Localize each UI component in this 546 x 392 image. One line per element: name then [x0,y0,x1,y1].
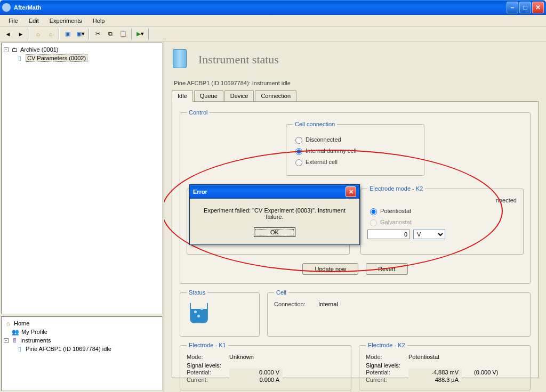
app-icon [2,3,11,12]
radio-dummy-label: Internal dummy cell [306,148,356,154]
radio-k2-pot-label: Potentiostat [380,208,411,214]
run-button[interactable]: ▶▾ [134,28,146,40]
page-header: Instrument status [173,49,542,70]
menu-file[interactable]: File [3,17,23,25]
radio-k2-galv[interactable]: Galvanostat [367,218,517,226]
radio-k2-pot[interactable]: Potentiostat [367,207,517,215]
cell-connection-legend: Cell connection [293,121,337,127]
k1-sig-label: Signal levels: [187,362,344,369]
nav-forward-button[interactable]: ► [15,28,27,40]
tree-node-cvparams[interactable]: ▯ CV Parameters (0002) [4,54,160,62]
status-k2-legend: Electrode - K2 [366,342,407,348]
save-dropdown-button[interactable]: ▣▾ [75,28,86,40]
arrow-left-icon: ◄ [5,31,11,37]
instrument-icon [173,49,191,70]
revert-button[interactable]: Revert [366,263,407,275]
menu-edit[interactable]: Edit [23,17,44,25]
radio-dummy[interactable]: Internal dummy cell [293,146,417,155]
paste-icon: 📋 [119,30,127,37]
nav-home-label: Home [14,320,29,326]
menu-experiments[interactable]: Experiments [44,17,87,25]
radio-disconnected[interactable]: Disconnected [293,135,417,144]
tab-device[interactable]: Device [224,90,254,102]
left-panel: - 🗀 Archive (0001) ▯ CV Parameters (0002… [0,42,164,392]
k2-mode-value: Potentiostat [408,354,439,360]
k1-cur-label: Current: [187,377,229,383]
menu-bar: File Edit Experiments Help [0,15,546,27]
params-icon: ▯ [15,54,24,62]
home-button[interactable]: ⌂ [32,28,44,40]
tab-bar: Idle Queue Device Connection [172,89,542,101]
nav-myprofile-label: My Profile [21,329,47,335]
status-legend: Status [187,289,207,296]
k2-sig-label: Signal levels: [366,362,524,369]
nav-myprofile[interactable]: 👥 My Profile [4,328,160,336]
k1-cur-value: 0.000 A [229,376,283,383]
save-button[interactable]: ▣ [62,28,74,40]
tree-label-archive: Archive (0001) [20,46,59,53]
k2-pot-value: -4.883 mV [408,369,462,376]
k2-pot-alt: (0.000 V) [474,369,498,375]
tree-collapse-icon[interactable]: - [4,338,9,343]
window-titlebar: AfterMath – □ ✕ [0,0,546,15]
status-k2-fieldset: Electrode - K2 Mode:Potentiostat Signal … [359,342,531,390]
electrode-k2-fieldset: Electrode mode - K2 nnected Potentiostat… [360,185,524,255]
status-k1-fieldset: Electrode - K1 Mode:Unknown Signal level… [180,342,351,390]
home-alt-button[interactable]: ⌂ [45,28,57,40]
k2-value-input[interactable] [367,230,410,239]
dialog-close-button[interactable]: ✕ [346,186,356,197]
k1-pot-label: Potential: [187,369,229,375]
copy-button[interactable]: ⧉ [105,28,116,40]
dialog-ok-button[interactable]: OK [254,227,295,237]
k1-pot-value: 0.000 V [229,369,283,376]
cylinder-icon: ▯ [15,345,24,353]
page-subtitle: Pine AFCBP1 (ID 10697784): Instrument id… [174,80,542,86]
nav-pine-label: Pine AFCBP1 (ID 10697784) idle [26,346,111,352]
k1-mode-value: Unknown [229,354,254,360]
radio-external[interactable]: External cell [293,158,417,166]
window-maximize-button[interactable]: □ [519,2,531,13]
nav-home[interactable]: ⌂ Home [4,319,160,328]
cut-button[interactable]: ✂ [92,28,103,40]
tree-node-archive[interactable]: - 🗀 Archive (0001) [4,45,160,54]
tab-queue[interactable]: Queue [194,90,223,102]
status-k1-legend: Electrode - K1 [187,342,228,348]
menu-help[interactable]: Help [87,17,110,25]
k2-cur-label: Current: [366,377,408,383]
tab-connection[interactable]: Connection [255,90,296,102]
cell-conn-label: Connection: [274,301,317,307]
cell-conn-value: Internal [318,301,338,307]
tree-collapse-icon[interactable]: - [4,47,9,52]
tab-idle[interactable]: Idle [172,90,193,102]
archive-tree[interactable]: - 🗀 Archive (0001) ▯ CV Parameters (0002… [1,43,163,314]
dialog-message: Experiment failed: "CV Experiment (0003)… [196,207,353,220]
window-close-button[interactable]: ✕ [532,2,544,13]
radio-disconnected-label: Disconnected [306,136,341,143]
k2-partial-text: nnected [367,197,517,203]
status-fieldset: Status [180,289,260,337]
radio-k2-galv-label: Galvanostat [380,219,412,225]
nav-instruments[interactable]: - 🎚 Instruments [4,336,160,345]
home-icon: ⌂ [36,31,40,37]
profile-icon: 👥 [11,328,20,336]
dialog-title: Error [193,189,207,195]
paste-button[interactable]: 📋 [117,28,129,40]
cell-connection-fieldset: Cell connection Disconnected Internal du… [286,121,424,176]
play-icon: ▶ [136,30,141,37]
k1-mode-label: Mode: [187,354,229,360]
home-icon: ⌂ [4,320,12,327]
disk-icon: ▣ [76,30,82,37]
window-minimize-button[interactable]: – [507,2,518,13]
update-now-button[interactable]: Update now [302,263,358,275]
disk-icon: ▣ [65,30,70,37]
nav-pine[interactable]: ▯ Pine AFCBP1 (ID 10697784) idle [4,345,160,353]
control-legend: Control [187,109,210,116]
k2-unit-select[interactable]: V [413,230,445,239]
page-title: Instrument status [198,53,279,67]
copy-icon: ⧉ [108,30,113,37]
dialog-titlebar[interactable]: Error ✕ [190,185,359,199]
nav-instruments-label: Instruments [20,337,51,344]
nav-back-button[interactable]: ◄ [2,28,14,40]
nav-tree[interactable]: ⌂ Home 👥 My Profile - 🎚 Instruments ▯ Pi… [1,316,163,391]
beaker-icon [190,303,209,326]
